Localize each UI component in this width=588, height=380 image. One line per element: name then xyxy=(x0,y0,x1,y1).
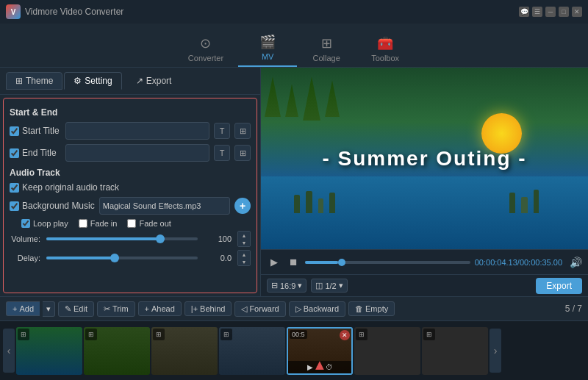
controls-bar: ⊟ 16:9 ▾ ◫ 1/2 ▾ Export xyxy=(261,274,588,296)
tab-export[interactable]: ↗ Export xyxy=(126,72,182,90)
fade-in-text: Fade in xyxy=(90,219,118,228)
film-thumb-3[interactable]: ⊞ xyxy=(151,327,218,375)
menu-icon[interactable]: ☰ xyxy=(532,7,542,17)
loop-play-checkbox[interactable] xyxy=(21,219,30,228)
edit-label: Edit xyxy=(74,304,87,313)
tab-setting-label: Setting xyxy=(85,76,112,86)
backward-icon: ▷ xyxy=(295,304,301,314)
start-title-checkbox-label[interactable]: Start Title xyxy=(10,126,61,136)
film-thumb-7-icon: ⊞ xyxy=(423,329,435,340)
aspect-ratio-selector[interactable]: ⊟ 16:9 ▾ xyxy=(267,279,306,293)
tab-theme-label: Theme xyxy=(26,76,53,86)
bg-music-checkbox-label[interactable]: Background Music xyxy=(10,201,95,211)
fade-in-label[interactable]: Fade in xyxy=(79,219,118,228)
end-title-input[interactable]: - See you - xyxy=(65,144,209,162)
delay-up-button[interactable]: ▲ xyxy=(238,251,250,258)
film-thumb-1[interactable]: ⊞ xyxy=(16,327,82,375)
end-title-checkbox[interactable] xyxy=(10,148,19,158)
behind-label: Behind xyxy=(200,304,225,313)
volume-icon[interactable]: 🔊 xyxy=(570,257,582,268)
progress-bar[interactable] xyxy=(305,261,470,264)
trim-button[interactable]: ✂ Trim xyxy=(97,301,135,317)
bg-music-label: Background Music xyxy=(22,201,95,211)
volume-down-button[interactable]: ▼ xyxy=(238,239,250,246)
film-thumb-2[interactable]: ⊞ xyxy=(84,327,150,375)
export-button[interactable]: Export xyxy=(536,278,582,294)
add-music-button[interactable]: + xyxy=(234,198,251,214)
delay-slider-thumb[interactable] xyxy=(110,254,119,262)
film-thumb-5-close[interactable]: ✕ xyxy=(340,330,350,340)
left-panel: ⊞ Theme ⚙ Setting ↗ Export Start & End S… xyxy=(0,68,261,296)
forward-button[interactable]: ◁ Forward xyxy=(234,301,285,317)
keep-original-row: Keep original audio track xyxy=(10,182,251,193)
close-button[interactable]: ✕ xyxy=(572,7,582,17)
film-thumb-7[interactable]: ⊞ xyxy=(422,327,488,375)
end-title-grid-btn[interactable]: ⊞ xyxy=(234,145,251,161)
add-button[interactable]: + Add xyxy=(6,301,40,316)
progress-fill xyxy=(305,261,338,264)
trim-icon: ✂ xyxy=(104,304,110,314)
start-title-input[interactable]: - Summer Outing - xyxy=(65,122,209,140)
volume-row: Volume: 100 ▲ ▼ xyxy=(10,231,251,247)
bg-music-checkbox[interactable] xyxy=(10,201,19,211)
fade-out-label[interactable]: Fade out xyxy=(127,219,171,228)
volume-up-button[interactable]: ▲ xyxy=(238,232,250,239)
minimize-button[interactable]: ─ xyxy=(545,7,556,17)
app-icon: V xyxy=(6,4,21,19)
film-thumb-6-icon: ⊞ xyxy=(356,329,368,340)
people-right-silhouettes xyxy=(509,190,539,213)
empty-button[interactable]: 🗑 Empty xyxy=(348,301,395,316)
edit-button[interactable]: ✎ Edit xyxy=(58,301,94,317)
message-icon[interactable]: 💬 xyxy=(519,7,529,17)
volume-slider-thumb[interactable] xyxy=(156,234,165,243)
nav-converter-label: Converter xyxy=(188,54,223,62)
film-thumb-6[interactable]: ⊞ xyxy=(354,327,420,375)
filmstrip-prev[interactable]: ‹ xyxy=(3,329,15,373)
title-bar-left: V Vidmore Video Converter xyxy=(6,4,123,19)
aspect-ratio-arrow: ▾ xyxy=(298,281,302,290)
ahead-button[interactable]: + Ahead xyxy=(138,301,182,316)
tab-theme[interactable]: ⊞ Theme xyxy=(6,72,62,90)
start-title-font-btn[interactable]: T xyxy=(214,123,230,139)
behind-button[interactable]: |+ Behind xyxy=(184,301,232,316)
start-title-row: Start Title - Summer Outing - T ⊞ xyxy=(10,122,251,140)
start-title-checkbox[interactable] xyxy=(10,126,19,136)
backward-label: Backward xyxy=(304,304,339,313)
nav-converter[interactable]: ⊙ Converter xyxy=(173,31,238,67)
keep-original-checkbox[interactable] xyxy=(10,183,19,193)
volume-slider-track[interactable] xyxy=(46,237,198,240)
nav-mv[interactable]: 🎬 MV xyxy=(238,29,297,67)
loop-play-text: Loop play xyxy=(33,219,68,228)
play-button[interactable]: ▶ xyxy=(267,255,282,270)
loop-play-label[interactable]: Loop play xyxy=(21,219,68,228)
backward-button[interactable]: ▷ Backward xyxy=(289,301,345,317)
fade-in-checkbox[interactable] xyxy=(79,219,87,228)
audio-track-section: Audio Track Keep original audio track Ba… xyxy=(10,168,251,266)
trim-label: Trim xyxy=(112,304,129,313)
page-selector[interactable]: ◫ 1/2 ▾ xyxy=(311,279,347,293)
film-thumb-4[interactable]: ⊞ xyxy=(219,327,285,375)
add-dropdown-button[interactable]: ▾ xyxy=(43,301,55,317)
bg-music-select[interactable]: Magical Sound Effects.mp3 xyxy=(99,197,230,215)
end-title-checkbox-label[interactable]: End Title xyxy=(10,148,61,158)
tab-export-label: Export xyxy=(146,76,172,86)
volume-spinner: ▲ ▼ xyxy=(237,231,251,247)
stop-button[interactable]: ⏹ xyxy=(286,255,301,270)
volume-value: 100 xyxy=(204,234,232,243)
end-title-font-btn[interactable]: T xyxy=(214,145,230,161)
fade-out-checkbox[interactable] xyxy=(127,219,136,228)
start-title-grid-btn[interactable]: ⊞ xyxy=(234,123,251,139)
filmstrip-next[interactable]: › xyxy=(490,329,501,373)
progress-dot xyxy=(338,259,345,266)
delay-down-button[interactable]: ▼ xyxy=(238,258,250,265)
nav-collage[interactable]: ⊞ Collage xyxy=(297,31,356,67)
main-content: ⊞ Theme ⚙ Setting ↗ Export Start & End S… xyxy=(0,68,588,296)
maximize-button[interactable]: □ xyxy=(559,7,569,17)
start-title-label: Start Title xyxy=(22,126,60,136)
tab-setting[interactable]: ⚙ Setting xyxy=(64,72,121,90)
keep-original-checkbox-label[interactable]: Keep original audio track xyxy=(10,182,119,193)
film-thumb-5[interactable]: 00:5 ✕ ▶ ☆ ⏱ ▲ xyxy=(287,327,353,375)
nav-toolbox[interactable]: 🧰 Toolbox xyxy=(356,31,415,67)
fade-out-text: Fade out xyxy=(139,219,171,228)
delay-slider-track[interactable] xyxy=(46,257,198,259)
